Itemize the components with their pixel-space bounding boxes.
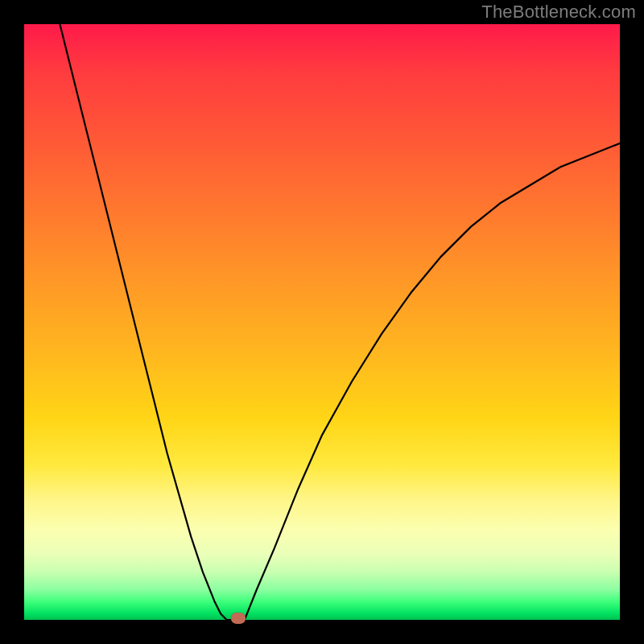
watermark-text: TheBottleneck.com xyxy=(481,2,636,23)
curve-layer xyxy=(24,24,620,620)
bottleneck-curve-left xyxy=(60,24,226,620)
bottleneck-curve-right xyxy=(245,143,620,620)
chart-frame: TheBottleneck.com xyxy=(0,0,644,644)
plot-area xyxy=(24,24,620,620)
optimal-point-marker xyxy=(231,613,246,624)
